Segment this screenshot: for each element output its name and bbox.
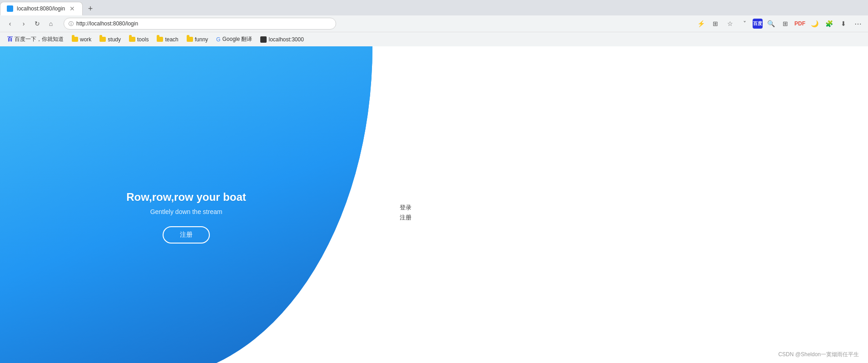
baidu-label: 百度 [753, 20, 762, 27]
bookmark-work-label: work [80, 36, 91, 43]
login-link[interactable]: 登录 [400, 204, 412, 212]
hero-content: Row,row,row your boat Gentlely down the … [0, 46, 372, 363]
pdf-button[interactable]: PDF [794, 17, 806, 30]
browser-actions: ⚡ ⊞ ☆ ˅ 百度 🔍 ⊞ PDF 🌙 🧩 ⬇ ⋯ [694, 17, 864, 30]
tab-bar: localhost:8080/login ✕ + [0, 0, 868, 15]
address-bar[interactable]: ⓘ http://localhost:8080/login [64, 18, 336, 30]
folder-icon-tools [129, 37, 135, 42]
browser-toolbar: ‹ › ↻ ⌂ ⓘ http://localhost:8080/login ⚡ … [0, 15, 868, 32]
folder-icon-work [72, 37, 78, 42]
bookmarks-bar: 百 百度一下，你就知道 work study tools teach funny… [0, 32, 868, 46]
folder-icon-teach [157, 37, 163, 42]
tab-favicon [7, 5, 13, 12]
search-button[interactable]: 🔍 [764, 17, 777, 30]
footer-credit: CSDN @Sheldon一寞烟雨任平生 [778, 351, 859, 358]
hero-register-button[interactable]: 注册 [163, 226, 210, 244]
bookmark-tools[interactable]: tools [125, 35, 152, 44]
new-tab-button[interactable]: + [84, 2, 97, 15]
reload-button[interactable]: ↻ [31, 17, 44, 30]
folder-icon-funny [187, 37, 193, 42]
bookmark-funny-label: funny [195, 36, 208, 43]
bookmark-baidu[interactable]: 百 百度一下，你就知道 [4, 35, 67, 44]
tab-title: localhost:8080/login [17, 5, 65, 12]
favorites-more-button[interactable]: ˅ [738, 17, 751, 30]
bookmark-teach-label: teach [165, 36, 178, 43]
extensions-button[interactable]: 🧩 [823, 17, 835, 30]
forward-button[interactable]: › [17, 17, 30, 30]
bookmark-tools-label: tools [137, 36, 149, 43]
baidu-logo: 百度 [753, 19, 763, 29]
url-text: http://localhost:8080/login [76, 20, 138, 27]
tab-close-button[interactable]: ✕ [69, 5, 76, 12]
footer-credit-text: CSDN @Sheldon一寞烟雨任平生 [778, 351, 859, 358]
back-button[interactable]: ‹ [4, 17, 16, 30]
bookmark-baidu-label: 百度一下，你就知道 [15, 35, 64, 43]
bookmark-work[interactable]: work [68, 35, 95, 44]
right-section: 登录 注册 [372, 46, 868, 363]
localhost-icon [260, 36, 267, 43]
folder-icon-study [99, 37, 106, 42]
google-translate-icon: G [216, 36, 220, 43]
hero-title: Row,row,row your boat [126, 191, 246, 204]
bookmark-localhost-3000-label: localhost:3000 [268, 36, 303, 43]
bookmark-localhost-3000[interactable]: localhost:3000 [257, 35, 307, 44]
login-register-panel: 登录 注册 [400, 204, 412, 222]
dark-mode-button[interactable]: 🌙 [808, 17, 821, 30]
active-tab[interactable]: localhost:8080/login ✕ [0, 2, 83, 15]
menu-button[interactable]: ⋯ [852, 17, 864, 30]
apps-grid-button[interactable]: ⊞ [709, 17, 722, 30]
info-icon: ⓘ [69, 20, 74, 27]
register-link[interactable]: 注册 [400, 214, 412, 222]
bookmark-study[interactable]: study [96, 35, 124, 44]
downloads-button[interactable]: ⬇ [837, 17, 850, 30]
bookmark-google-translate-label: Google 翻译 [222, 35, 252, 43]
lightning-button[interactable]: ⚡ [694, 17, 707, 30]
home-button[interactable]: ⌂ [45, 17, 57, 30]
page-content: Row,row,row your boat Gentlely down the … [0, 46, 868, 363]
favorites-button[interactable]: ☆ [724, 17, 736, 30]
baidu-bookmark-icon: 百 [7, 35, 13, 43]
hero-subtitle: Gentlely down the stream [150, 208, 223, 215]
nav-buttons: ‹ › ↻ ⌂ [4, 17, 57, 30]
bookmark-study-label: study [108, 36, 121, 43]
bookmark-funny[interactable]: funny [183, 35, 212, 44]
microsoft-apps-button[interactable]: ⊞ [779, 17, 792, 30]
bookmark-teach[interactable]: teach [153, 35, 182, 44]
bookmark-google-translate[interactable]: G Google 翻译 [213, 35, 256, 44]
